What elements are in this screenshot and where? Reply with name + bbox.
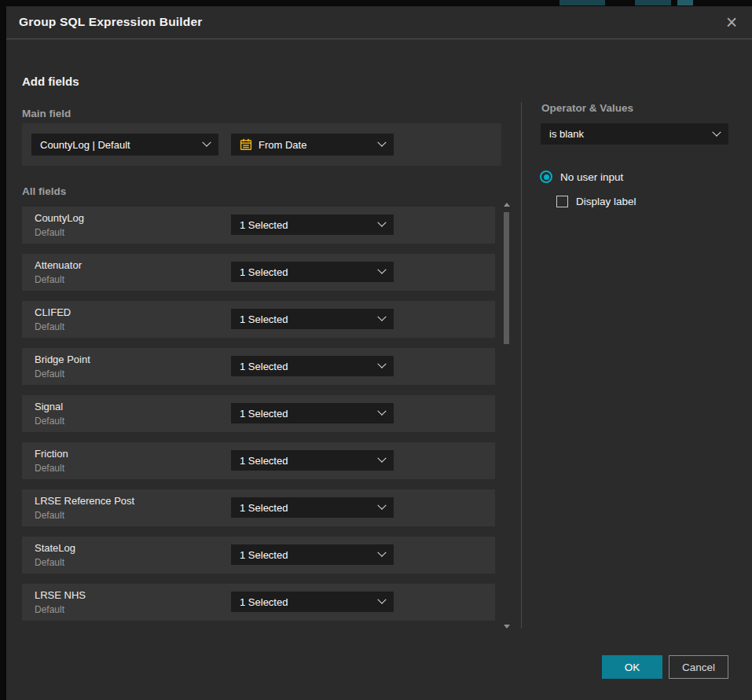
- operator-values-label: Operator & Values: [541, 102, 633, 114]
- background-app-remnant: [635, 0, 671, 5]
- display-label-label: Display label: [576, 196, 636, 207]
- selected-count-label: 1 Selected: [240, 266, 372, 278]
- cancel-button[interactable]: Cancel: [669, 655, 728, 679]
- chevron-down-icon: [712, 127, 721, 136]
- field-values-select[interactable]: 1 Selected: [231, 403, 394, 423]
- close-icon[interactable]: ×: [721, 11, 743, 33]
- field-name: StateLog: [35, 542, 75, 554]
- chevron-down-icon: [202, 138, 211, 147]
- all-fields-label: All fields: [22, 185, 66, 197]
- operator-select-value: is blank: [549, 128, 707, 140]
- dialog-title: Group SQL Expression Builder: [19, 15, 203, 29]
- chevron-down-icon: [377, 548, 386, 557]
- chevron-down-icon: [377, 501, 386, 510]
- selected-count-label: 1 Selected: [240, 361, 372, 372]
- chevron-down-icon: [377, 407, 386, 416]
- chevron-down-icon: [377, 360, 386, 368]
- checkbox-icon: [556, 196, 568, 207]
- field-alias: Default: [35, 463, 64, 474]
- display-label-checkbox[interactable]: Display label: [556, 196, 636, 207]
- field-alias: Default: [35, 274, 64, 285]
- field-name: CLIFED: [35, 306, 71, 318]
- field-name: Friction: [35, 448, 68, 460]
- background-app-remnant: [559, 0, 605, 5]
- field-name: LRSE Reference Post: [35, 495, 134, 507]
- field-alias: Default: [35, 416, 64, 427]
- no-user-input-radio[interactable]: No user input: [540, 170, 623, 183]
- selected-count-label: 1 Selected: [240, 502, 372, 514]
- selected-count-label: 1 Selected: [240, 596, 372, 608]
- main-date-field-select[interactable]: From Date: [231, 134, 394, 156]
- field-alias: Default: [35, 604, 64, 615]
- chevron-down-icon: [377, 266, 386, 274]
- main-layer-select-value: CountyLog | Default: [40, 139, 197, 151]
- scroll-down-icon[interactable]: [504, 625, 510, 629]
- add-fields-heading: Add fields: [22, 75, 79, 88]
- scroll-up-icon[interactable]: [504, 203, 510, 207]
- field-row: Bridge Point Default 1 Selected: [22, 348, 495, 385]
- field-alias: Default: [35, 368, 64, 379]
- calendar-icon: [240, 138, 252, 151]
- field-name: Attenuator: [35, 259, 82, 271]
- field-alias: Default: [35, 557, 64, 568]
- field-values-select[interactable]: 1 Selected: [231, 309, 394, 329]
- field-row: StateLog Default 1 Selected: [22, 537, 495, 574]
- field-alias: Default: [35, 321, 64, 332]
- field-row: Friction Default 1 Selected: [22, 442, 495, 479]
- selected-count-label: 1 Selected: [240, 408, 372, 420]
- chevron-down-icon: [377, 138, 386, 147]
- all-fields-list: CountyLog Default 1 Selected Attenuator …: [22, 207, 495, 631]
- field-values-select[interactable]: 1 Selected: [231, 450, 394, 471]
- field-alias: Default: [35, 510, 64, 521]
- field-values-select[interactable]: 1 Selected: [231, 592, 394, 612]
- main-date-field-select-value: From Date: [259, 139, 372, 151]
- field-row: CountyLog Default 1 Selected: [22, 207, 495, 244]
- main-layer-select[interactable]: CountyLog | Default: [31, 134, 218, 156]
- field-row: CLIFED Default 1 Selected: [22, 301, 495, 338]
- chevron-down-icon: [377, 218, 386, 227]
- chevron-down-icon: [377, 313, 386, 321]
- field-name: Signal: [35, 401, 63, 412]
- field-name: CountyLog: [35, 212, 84, 224]
- operator-select[interactable]: is blank: [541, 123, 728, 145]
- field-values-select[interactable]: 1 Selected: [231, 544, 394, 565]
- vertical-divider: [521, 102, 522, 629]
- dialog-header: Group SQL Expression Builder ×: [6, 6, 752, 39]
- field-alias: Default: [35, 227, 64, 238]
- field-values-select[interactable]: 1 Selected: [231, 356, 394, 376]
- main-field-label: Main field: [22, 108, 71, 119]
- field-name: Bridge Point: [35, 354, 90, 365]
- field-row: LRSE NHS Default 1 Selected: [22, 584, 495, 621]
- field-row: Attenuator Default 1 Selected: [22, 254, 495, 291]
- field-values-select[interactable]: 1 Selected: [231, 497, 394, 518]
- field-row: LRSE Reference Post Default 1 Selected: [22, 489, 495, 526]
- selected-count-label: 1 Selected: [240, 219, 372, 231]
- fields-list-scrollbar: [503, 201, 511, 630]
- chevron-down-icon: [377, 454, 386, 463]
- field-name: LRSE NHS: [35, 589, 86, 601]
- selected-count-label: 1 Selected: [240, 549, 372, 561]
- background-app-remnant: [677, 0, 693, 5]
- field-values-select[interactable]: 1 Selected: [231, 262, 394, 282]
- chevron-down-icon: [377, 596, 386, 604]
- no-user-input-label: No user input: [560, 171, 623, 183]
- field-values-select[interactable]: 1 Selected: [231, 214, 394, 235]
- field-row: Signal Default 1 Selected: [22, 395, 495, 432]
- scrollbar-thumb[interactable]: [504, 212, 509, 344]
- selected-count-label: 1 Selected: [240, 313, 372, 325]
- selected-count-label: 1 Selected: [240, 455, 372, 467]
- main-field-panel: CountyLog | Default From Date: [22, 123, 501, 166]
- group-sql-expression-builder-dialog: Group SQL Expression Builder × Add field…: [6, 6, 752, 700]
- ok-button[interactable]: OK: [602, 655, 662, 679]
- radio-icon: [540, 170, 552, 183]
